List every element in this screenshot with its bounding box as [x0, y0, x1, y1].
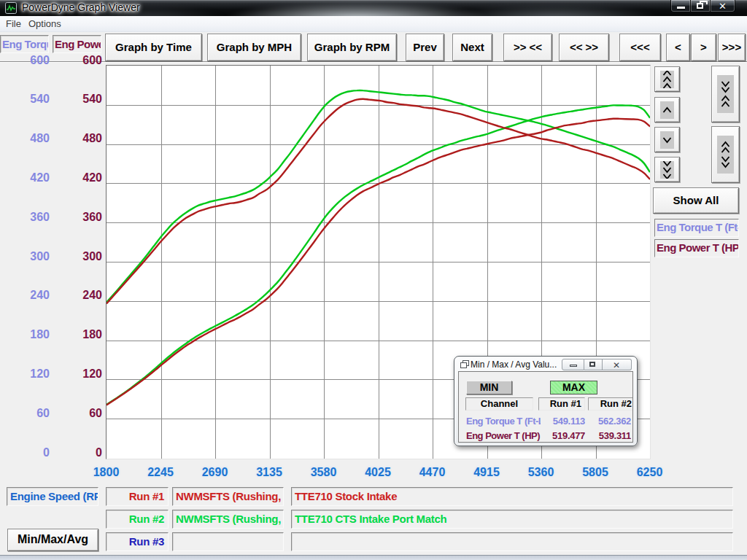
- show-all-button[interactable]: Show All: [653, 187, 739, 214]
- power-axis-tab[interactable]: Eng Power: [53, 35, 101, 53]
- x-tick-5360: 5360: [516, 466, 567, 479]
- pan-up-button[interactable]: [654, 97, 680, 122]
- x-tick-2245: 2245: [135, 466, 186, 479]
- x-tick-3580: 3580: [298, 466, 349, 479]
- run3-source-box: [172, 532, 284, 551]
- scroll-left-fast-button[interactable]: <<<: [619, 34, 661, 61]
- zoom-out-y-button[interactable]: [711, 126, 740, 183]
- torque-run2-max: 562.362: [587, 416, 631, 427]
- graph-by-rpm-button[interactable]: Graph by RPM: [307, 34, 397, 61]
- minmax-close-icon: ✕: [613, 360, 620, 370]
- x-tick-4470: 4470: [407, 466, 458, 479]
- scroll-right-button[interactable]: >: [691, 34, 716, 61]
- y-tick-pw-480: 480: [58, 132, 102, 145]
- prev-button[interactable]: Prev: [406, 34, 444, 61]
- x-channel-box: Engine Speed (RPM): [7, 487, 98, 506]
- title-bar: PowerDyne Graph Viewer ✕: [0, 0, 747, 16]
- zoom-out-y-button-glyph: [717, 136, 734, 174]
- window-title: PowerDyne Graph Viewer: [22, 1, 140, 13]
- toolbar-separator: [0, 61, 747, 63]
- minmax-window-icon: [460, 360, 469, 368]
- curve-2: [107, 99, 650, 304]
- curve-0: [107, 90, 650, 303]
- run3-desc-box: [291, 532, 733, 551]
- min-toggle-button[interactable]: MIN: [466, 381, 512, 394]
- run1-column-header[interactable]: Run #1: [538, 397, 585, 411]
- channel-column-header[interactable]: Channel: [465, 397, 533, 411]
- chevron-icon: [722, 88, 729, 92]
- x-tick-4915: 4915: [461, 466, 512, 479]
- y-tick-tq-600: 600: [6, 54, 50, 67]
- zoom-in-x-button[interactable]: >> <<: [503, 34, 552, 61]
- chevron-icon: [664, 174, 671, 179]
- menu-bar: File Options: [0, 16, 747, 32]
- y-tick-tq-480: 480: [6, 132, 50, 145]
- y-tick-tq-360: 360: [6, 211, 50, 224]
- restore-button[interactable]: [691, 0, 711, 12]
- chevron-icon: [664, 71, 671, 75]
- next-button[interactable]: Next: [452, 34, 492, 61]
- minmax-restore-button[interactable]: [584, 359, 603, 370]
- minimize-icon: [677, 7, 685, 9]
- y-tick-tq-240: 240: [6, 289, 50, 302]
- restore-icon: [697, 3, 703, 9]
- graph-by-time-button[interactable]: Graph by Time: [105, 34, 202, 61]
- chevron-icon: [664, 138, 671, 142]
- pan-down-button[interactable]: [654, 127, 680, 152]
- chevron-icon: [664, 168, 671, 172]
- close-button[interactable]: ✕: [711, 0, 735, 12]
- chevron-icon: [664, 161, 671, 166]
- min-max-avg-button[interactable]: Min/Max/Avg: [7, 529, 98, 551]
- minmax-minimize-icon: [570, 365, 577, 367]
- chevron-icon: [722, 102, 729, 106]
- menu-file[interactable]: File: [0, 16, 24, 32]
- y-tick-tq-0: 0: [6, 446, 50, 459]
- graph-by-mph-button[interactable]: Graph by MPH: [207, 34, 301, 61]
- torque-axis-tab[interactable]: Eng Torque: [0, 35, 49, 53]
- minmax-close-button[interactable]: ✕: [603, 359, 632, 370]
- run2-label: Run #2: [106, 510, 169, 529]
- chevron-icon: [722, 148, 729, 152]
- y-tick-tq-60: 60: [6, 407, 50, 420]
- y-tick-tq-120: 120: [6, 368, 50, 381]
- y-tick-pw-420: 420: [58, 171, 102, 184]
- run1-desc-box: TTE710 Stock Intake: [291, 487, 733, 506]
- torque-channel-box[interactable]: Eng Torque T (Ft-Lbs): [654, 219, 739, 237]
- x-tick-6250: 6250: [624, 466, 676, 479]
- chevron-icon: [664, 77, 671, 82]
- minimize-button[interactable]: [670, 0, 691, 12]
- pan-down-button-icon: [660, 131, 674, 149]
- run1-label: Run #1: [106, 487, 169, 506]
- y-tick-pw-120: 120: [58, 368, 102, 381]
- chevron-icon: [722, 96, 729, 101]
- minmax-restore-icon: [589, 362, 595, 367]
- zoom-in-y-button[interactable]: [711, 66, 740, 122]
- close-icon: ✕: [719, 2, 727, 11]
- pan-up-fast-button-icon: [660, 71, 674, 88]
- run1-source-box: NWMSFTS (Rushing,: [172, 487, 284, 506]
- zoom-out-x-button[interactable]: << >>: [559, 34, 609, 61]
- scroll-left-button[interactable]: <: [666, 34, 690, 61]
- minmax-minimize-button[interactable]: [562, 359, 584, 370]
- minmax-window[interactable]: Min / Max / Avg Valu... ✕ MIN MAX Channe…: [454, 356, 638, 446]
- y-tick-pw-360: 360: [58, 211, 102, 224]
- torque-run1-max: 549.113: [541, 416, 585, 427]
- run2-source-box: NWMSFTS (Rushing,: [172, 510, 284, 529]
- scroll-right-fast-button[interactable]: >>>: [718, 34, 746, 61]
- run3-label: Run #3: [106, 532, 169, 551]
- y-tick-pw-180: 180: [58, 328, 102, 341]
- y-tick-tq-420: 420: [6, 171, 50, 184]
- max-toggle-button[interactable]: MAX: [550, 381, 597, 394]
- menu-options[interactable]: Options: [24, 16, 67, 32]
- pan-down-fast-button[interactable]: [654, 157, 680, 182]
- power-run1-max: 519.477: [541, 430, 585, 441]
- chevron-icon: [722, 163, 729, 167]
- y-tick-pw-0: 0: [58, 446, 102, 459]
- run2-column-header[interactable]: Run #2: [588, 397, 633, 411]
- chevron-icon: [722, 142, 729, 147]
- run2-desc-box: TTE710 CTS Intake Port Match: [291, 510, 733, 529]
- x-tick-2690: 2690: [190, 466, 241, 479]
- pan-up-fast-button[interactable]: [654, 66, 680, 92]
- x-tick-4025: 4025: [352, 466, 403, 479]
- power-channel-box[interactable]: Eng Power T (HP): [654, 239, 739, 257]
